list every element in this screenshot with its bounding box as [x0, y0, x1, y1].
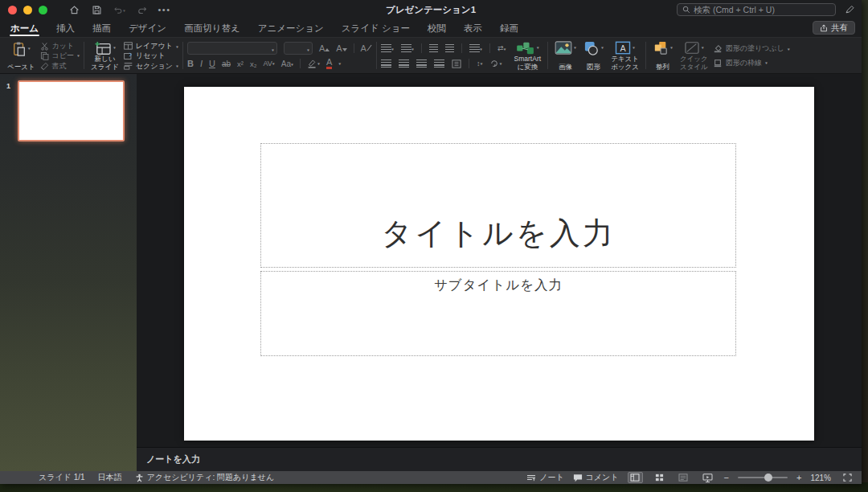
- text-direction-button[interactable]: ⇄▾: [497, 44, 506, 52]
- search-input[interactable]: [694, 5, 830, 14]
- section-button[interactable]: セクション ▾: [124, 61, 178, 71]
- font-color-button[interactable]: A: [326, 58, 332, 69]
- clear-formatting-button[interactable]: A: [361, 43, 372, 53]
- subscript-button[interactable]: x₂: [250, 59, 256, 68]
- arrange-button[interactable]: ▾ 整列: [650, 39, 675, 72]
- close-window-button[interactable]: [8, 6, 17, 14]
- slides-group: ▾ 新しい スライド レイアウト ▾: [87, 39, 180, 72]
- toggle-notes-button[interactable]: ノート: [526, 472, 563, 483]
- zoom-in-button[interactable]: +: [796, 474, 801, 482]
- bold-button[interactable]: B: [187, 59, 194, 68]
- status-bar: スライド 1/1 日本語 アクセシビリティ: 問題ありません ノート コメント: [0, 471, 862, 484]
- undo-dropdown-chevron[interactable]: ▾: [123, 7, 125, 12]
- font-size-combobox[interactable]: ▾: [284, 42, 313, 55]
- justify-button[interactable]: [434, 59, 444, 68]
- layout-button[interactable]: レイアウト ▾: [124, 41, 178, 51]
- convert-to-smartart-button[interactable]: ▾ SmartArt に変換: [512, 39, 544, 72]
- tab-draw[interactable]: 描画: [84, 19, 120, 37]
- arrange-icon: [653, 41, 669, 55]
- shrink-font-button[interactable]: A: [336, 43, 346, 53]
- save-icon[interactable]: [91, 4, 103, 16]
- reset-button[interactable]: リセット: [124, 51, 178, 61]
- increase-indent-button[interactable]: [445, 44, 454, 52]
- normal-view-button[interactable]: [628, 472, 643, 483]
- accessibility-checker[interactable]: アクセシビリティ: 問題ありません: [135, 472, 275, 483]
- copy-icon: [40, 51, 49, 60]
- cut-button[interactable]: カット: [40, 41, 80, 51]
- minimize-window-button[interactable]: [23, 6, 32, 14]
- insert-picture-button[interactable]: ▾ 画像: [552, 39, 579, 72]
- tab-view[interactable]: 表示: [455, 19, 491, 37]
- align-left-button[interactable]: [381, 59, 391, 68]
- character-spacing-button[interactable]: AV▾: [263, 59, 274, 68]
- tab-record[interactable]: 録画: [491, 19, 527, 37]
- shape-fill-button[interactable]: 図形の塗りつぶし ▾: [713, 43, 790, 53]
- shape-outline-button[interactable]: 図形の枠線 ▾: [713, 59, 790, 68]
- subtitle-placeholder[interactable]: サブタイトルを入力: [260, 271, 736, 356]
- tab-review[interactable]: 校閲: [419, 19, 455, 37]
- slide-thumbnail[interactable]: [18, 80, 125, 141]
- traffic-lights: [8, 6, 47, 14]
- zoom-slider-knob[interactable]: [764, 474, 772, 482]
- paste-button[interactable]: ▾ ペースト: [5, 39, 38, 72]
- presence-pen-icon[interactable]: [845, 5, 855, 14]
- share-icon: [820, 24, 828, 32]
- strikethrough-button[interactable]: ab: [222, 59, 231, 68]
- new-slide-icon: [94, 41, 112, 55]
- slide[interactable]: タイトルを入力 サブタイトルを入力: [184, 87, 814, 441]
- italic-button[interactable]: I: [200, 59, 203, 68]
- numbering-button[interactable]: ▾: [401, 44, 414, 52]
- comments-button[interactable]: コメント: [573, 472, 619, 483]
- zoom-slider[interactable]: [738, 477, 788, 478]
- undo-icon[interactable]: ▾: [113, 4, 125, 16]
- underline-button[interactable]: U: [209, 59, 215, 68]
- superscript-button[interactable]: x²: [237, 59, 244, 68]
- smartart-icon: [516, 41, 535, 55]
- decrease-indent-button[interactable]: [429, 44, 438, 52]
- copy-button[interactable]: コピー ▾: [40, 51, 80, 61]
- font-name-combobox[interactable]: ▾: [187, 42, 277, 55]
- home-icon[interactable]: [68, 4, 80, 16]
- notes-placeholder[interactable]: ノートを入力: [146, 453, 200, 465]
- grow-font-button[interactable]: A: [319, 43, 330, 53]
- more-toolbar-options-icon[interactable]: •••: [158, 4, 170, 16]
- tab-home[interactable]: ホーム: [2, 19, 47, 37]
- search-box[interactable]: [677, 3, 836, 16]
- language-indicator[interactable]: 日本語: [98, 472, 122, 483]
- insert-group: ▾ 画像 ▾ 図形 A ▾: [551, 39, 643, 72]
- change-case-button[interactable]: Aa▾: [281, 59, 293, 68]
- share-button[interactable]: 共有: [813, 21, 855, 35]
- zoom-window-button[interactable]: [39, 6, 47, 14]
- insert-shapes-button[interactable]: ▾ 図形: [581, 39, 606, 72]
- align-center-button[interactable]: [399, 59, 409, 68]
- slideshow-icon: [702, 474, 713, 482]
- tab-insert[interactable]: 挿入: [47, 19, 84, 37]
- insert-textbox-button[interactable]: A ▾ テキスト ボックス: [608, 39, 641, 72]
- new-slide-button[interactable]: ▾ 新しい スライド: [88, 39, 121, 72]
- quick-styles-button[interactable]: ▾ クイック スタイル: [678, 39, 710, 72]
- title-placeholder[interactable]: タイトルを入力: [260, 143, 736, 268]
- arrange-group: ▾ 整列 ▾ クイック スタイル: [649, 39, 792, 72]
- vertical-align-button[interactable]: ↕▾: [477, 59, 483, 68]
- format-painter-button[interactable]: 書式: [40, 61, 80, 71]
- slideshow-view-button[interactable]: [700, 472, 715, 483]
- paste-icon: [12, 41, 27, 57]
- columns-button[interactable]: [452, 59, 461, 68]
- redo-icon[interactable]: [136, 4, 148, 16]
- line-spacing-button[interactable]: ▾: [469, 44, 482, 52]
- notes-pane[interactable]: ノートを入力: [137, 447, 862, 471]
- text-highlight-button[interactable]: ▾: [307, 59, 320, 68]
- tab-slideshow[interactable]: スライド ショー: [333, 19, 419, 37]
- align-right-button[interactable]: [416, 59, 427, 68]
- slide-sorter-view-button[interactable]: [652, 472, 667, 483]
- zoom-level[interactable]: 121%: [810, 474, 831, 482]
- rotate-text-button[interactable]: ▾: [489, 59, 502, 68]
- title-bar: ▾ ••• プレゼンテーション1: [0, 0, 862, 19]
- tab-design[interactable]: デザイン: [120, 19, 175, 37]
- fit-slide-to-window-button[interactable]: [840, 472, 855, 483]
- reading-view-button[interactable]: [676, 472, 691, 483]
- tab-animations[interactable]: アニメーション: [249, 19, 333, 37]
- tab-transitions[interactable]: 画面切り替え: [175, 19, 249, 37]
- bullets-button[interactable]: ▾: [381, 44, 394, 52]
- zoom-out-button[interactable]: −: [724, 474, 729, 482]
